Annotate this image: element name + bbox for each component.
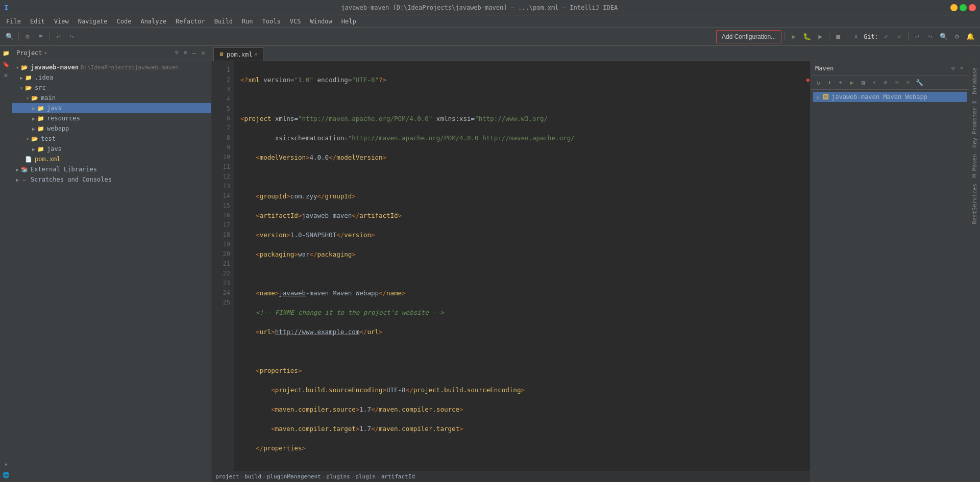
project-dropdown-icon[interactable]: ▾ <box>44 50 47 56</box>
breadcrumb-plugin[interactable]: plugin <box>355 473 376 480</box>
maven-settings-btn[interactable]: ⚙ <box>950 64 957 72</box>
menu-refactor[interactable]: Refactor <box>172 17 209 26</box>
tab-database[interactable]: Database <box>970 65 979 96</box>
project-settings-btn[interactable]: ⚙ <box>22 31 33 42</box>
webapp-arrow: ▶ <box>31 126 37 132</box>
ln-17: 17 <box>211 220 230 230</box>
notifications-btn[interactable]: 🔔 <box>965 31 976 42</box>
maven-skip-tests-btn[interactable]: ⊘ <box>880 78 891 88</box>
src-arrow: ▾ <box>18 85 24 91</box>
tree-item-src[interactable]: ▾ 📂 src <box>12 83 211 93</box>
tree-item-main[interactable]: ▾ 📂 main <box>12 93 211 103</box>
tree-item-test[interactable]: ▾ 📂 test <box>12 134 211 144</box>
maven-tree: ▶ 🅼 javaweb-maven Maven Webapp <box>811 90 969 482</box>
menu-edit[interactable]: Edit <box>26 17 49 26</box>
tab-close-btn[interactable]: × <box>255 52 258 57</box>
breadcrumb-build[interactable]: build <box>244 473 261 480</box>
web-icon[interactable]: 🌐 <box>1 470 11 480</box>
project-tree: ▾ 📂 javaweb-maven D:\IdeaProjects\javawe… <box>12 60 211 482</box>
menu-build[interactable]: Build <box>210 17 237 26</box>
add-configuration-button[interactable]: Add Configuration... <box>716 30 781 43</box>
tab-rest-services[interactable]: RestServices <box>970 182 979 226</box>
maven-reload-btn[interactable]: ↻ <box>813 78 823 88</box>
bookmarks-icon[interactable]: 🔖 <box>1 59 11 69</box>
maven-run-btn[interactable]: ▶ <box>847 78 857 88</box>
project-icon[interactable]: 📁 <box>1 48 11 58</box>
java-test-icon: 📁 <box>37 145 45 153</box>
maven-settings2-btn[interactable]: ≡ <box>903 78 913 88</box>
module-settings-btn[interactable]: ≡ <box>35 31 46 42</box>
stop-btn[interactable]: ■ <box>832 31 844 42</box>
tree-item-java-main[interactable]: ▶ 📁 java <box>12 103 211 113</box>
tree-item-root[interactable]: ▾ 📂 javaweb-maven D:\IdeaProjects\javawe… <box>12 62 211 72</box>
menu-help[interactable]: Help <box>337 17 360 26</box>
maven-toolbar: ↻ ⬇ + ▶ m ⚡ ⊘ ≡ ≡ 🔧 <box>811 75 969 90</box>
close-button[interactable]: × <box>969 4 976 11</box>
redo-btn[interactable]: ↪ <box>66 31 78 42</box>
maven-download-btn[interactable]: ⬇ <box>824 78 835 88</box>
code-line-21 <box>240 463 811 471</box>
run-btn[interactable]: ▶ <box>788 31 799 42</box>
tree-item-java-test[interactable]: ▶ 📁 java <box>12 144 211 154</box>
undo-btn[interactable]: ↩ <box>53 31 64 42</box>
tab-pom-xml[interactable]: 🗎 pom.xml × <box>213 47 263 61</box>
maven-attach-btn[interactable]: ⚡ <box>869 78 879 88</box>
git-commit-btn[interactable]: ✓ <box>880 31 892 42</box>
breadcrumb-plugins[interactable]: plugins <box>326 473 350 480</box>
maven-project-item[interactable]: ▶ 🅼 javaweb-maven Maven Webapp <box>813 92 967 102</box>
menu-run[interactable]: Run <box>238 17 257 26</box>
debug-btn[interactable]: 🐛 <box>801 31 813 42</box>
toolbar-separator-6 <box>908 32 909 41</box>
minimize-button[interactable]: − <box>950 4 958 11</box>
run-with-coverage-btn[interactable]: ▶ <box>815 31 826 42</box>
ln-25: 25 <box>211 298 230 308</box>
tree-item-resources[interactable]: ▶ 📁 resources <box>12 113 211 123</box>
maximize-button[interactable]: □ <box>960 4 967 11</box>
toolbar-right: Add Configuration... ▶ 🐛 ▶ ■ ⬇ Git: ✓ ✓ … <box>716 30 976 43</box>
breadcrumb-sep-2: › <box>262 473 266 480</box>
toolbar-separator-5 <box>847 32 847 41</box>
settings-btn[interactable]: ⚙ <box>951 31 963 42</box>
tree-item-pom[interactable]: ▶ 📄 pom.xml <box>12 154 211 164</box>
tree-item-idea[interactable]: ▶ 📁 .idea <box>12 72 211 83</box>
menu-vcs[interactable]: VCS <box>286 17 305 26</box>
tab-key-promoter[interactable]: Key Promoter X <box>970 98 979 150</box>
menu-navigate[interactable]: Navigate <box>74 17 112 26</box>
menu-tools[interactable]: Tools <box>258 17 285 26</box>
maven-m-btn[interactable]: m <box>858 78 868 88</box>
editor-content[interactable]: 1 2 3 4 5 6 7 8 9 10 11 12 13 <box>211 61 811 471</box>
menu-file[interactable]: File <box>2 17 25 26</box>
tree-item-webapp[interactable]: ▶ 📁 webapp <box>12 123 211 134</box>
code-area[interactable]: <?xml version="1.0" encoding="UTF-8"?>● … <box>234 61 811 471</box>
maven-add-btn[interactable]: + <box>836 78 846 88</box>
favorites-icon[interactable]: ★ <box>1 459 11 469</box>
structure-icon[interactable]: ≡ <box>1 70 11 81</box>
breadcrumb-pluginmgmt[interactable]: pluginManagement <box>267 473 321 480</box>
menu-window[interactable]: Window <box>306 17 336 26</box>
tree-item-scratches[interactable]: ▶ ✏ Scratches and Consoles <box>12 174 211 185</box>
app-logo: I <box>4 4 8 12</box>
menu-view[interactable]: View <box>50 17 73 26</box>
maven-close-btn[interactable]: × <box>958 64 965 72</box>
git-update-btn[interactable]: ⬇ <box>850 31 862 42</box>
menu-code[interactable]: Code <box>113 17 136 26</box>
find-btn[interactable]: 🔍 <box>938 31 949 42</box>
redo2-btn[interactable]: ↪ <box>925 31 936 42</box>
undo2-btn[interactable]: ↩ <box>912 31 923 42</box>
git-push-btn[interactable]: ✓ <box>894 31 905 42</box>
project-panel-title: Project ▾ <box>16 49 47 57</box>
breadcrumb-project[interactable]: project <box>215 473 239 480</box>
xml-tab-icon: 🗎 <box>219 51 225 58</box>
maven-tree-btn[interactable]: ≡ <box>892 78 902 88</box>
tab-maven[interactable]: M Maven <box>970 152 979 180</box>
project-close-action[interactable]: — <box>190 48 198 57</box>
breadcrumb-artifactid[interactable]: artifactId <box>381 473 415 480</box>
maven-panel-controls: ⚙ × <box>950 64 965 72</box>
project-collapse-action[interactable]: ≡ <box>182 48 189 57</box>
project-settings-action[interactable]: ⚙ <box>174 48 180 57</box>
search-everywhere-btn[interactable]: 🔍 <box>4 31 15 42</box>
project-expand-action[interactable]: × <box>200 48 207 57</box>
maven-wrench-btn[interactable]: 🔧 <box>914 78 924 88</box>
menu-analyze[interactable]: Analyze <box>136 17 170 26</box>
tree-item-ext-libs[interactable]: ▶ 📚 External Libraries <box>12 164 211 174</box>
